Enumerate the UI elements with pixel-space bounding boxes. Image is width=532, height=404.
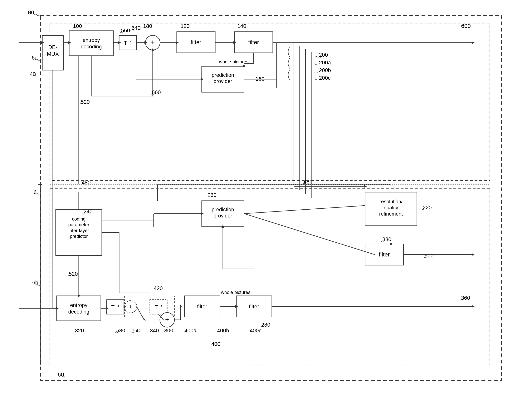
- svg-text:resolution/: resolution/: [380, 199, 403, 204]
- svg-text:entropy: entropy: [70, 302, 88, 308]
- label-6a: 6a: [32, 55, 38, 61]
- label-40: 40: [30, 71, 36, 77]
- svg-text:MUX: MUX: [47, 51, 59, 57]
- svg-text:inter-layer: inter-layer: [69, 228, 89, 233]
- svg-text:provider: provider: [214, 78, 232, 84]
- label-whole-pictures-bot: whole pictures: [221, 290, 250, 295]
- label-340: 340: [150, 328, 159, 334]
- svg-text:prediction: prediction: [212, 72, 234, 78]
- svg-text:decoding: decoding: [81, 44, 102, 50]
- label-600: 600: [461, 23, 471, 29]
- svg-text:decoding: decoding: [68, 309, 89, 315]
- svg-text:+: +: [129, 303, 133, 310]
- label-200b: 200b: [319, 67, 331, 73]
- label-100: 100: [73, 23, 82, 29]
- label-260: 260: [208, 192, 216, 198]
- label-400a: 400a: [184, 328, 196, 334]
- svg-text:refinement: refinement: [379, 211, 403, 217]
- label-400c: 400c: [250, 328, 261, 334]
- label-160: 160: [255, 76, 265, 82]
- label-140: 140: [237, 23, 246, 29]
- svg-text:coding: coding: [72, 216, 86, 221]
- svg-text:DE-: DE-: [48, 44, 57, 50]
- label-400b: 400b: [217, 328, 229, 334]
- svg-text:T⁻¹: T⁻¹: [154, 304, 162, 310]
- svg-text:provider: provider: [214, 213, 232, 219]
- svg-rect-7: [69, 31, 113, 56]
- svg-rect-35: [57, 296, 101, 321]
- label-80: 80: [28, 9, 34, 16]
- svg-text:predictor: predictor: [70, 234, 88, 239]
- svg-text:filter: filter: [197, 303, 207, 309]
- label-420: 420: [154, 285, 163, 291]
- svg-text:quality: quality: [384, 205, 398, 211]
- svg-text:prediction: prediction: [212, 207, 234, 213]
- label-200a: 200a: [319, 60, 331, 65]
- label-180: 180: [143, 23, 152, 29]
- label-200c: 200c: [319, 75, 331, 81]
- diagram-container: DE- MUX entropy decoding T⁻¹ + filter fi…: [0, 0, 532, 404]
- svg-text:whole pictures: whole pictures: [219, 59, 248, 64]
- svg-text:parameter: parameter: [68, 222, 89, 227]
- label-200: 200: [319, 52, 328, 58]
- svg-text:T⁻¹: T⁻¹: [124, 40, 132, 46]
- label-300: 300: [164, 328, 173, 334]
- label-400: 400: [211, 341, 220, 347]
- label-480-left: 480: [82, 180, 91, 186]
- svg-text:filter: filter: [249, 303, 259, 309]
- svg-rect-0: [0, 0, 532, 404]
- label-6b: 6b: [32, 279, 38, 285]
- svg-text:filter: filter: [190, 39, 202, 45]
- svg-text:entropy: entropy: [83, 37, 100, 43]
- svg-text:T⁻¹: T⁻¹: [111, 304, 119, 310]
- label-60: 60: [58, 371, 64, 378]
- svg-text:filter: filter: [248, 39, 259, 45]
- label-320: 320: [75, 328, 84, 334]
- label-120: 120: [181, 23, 190, 29]
- svg-text:+: +: [151, 38, 155, 46]
- svg-text:filter: filter: [379, 251, 390, 258]
